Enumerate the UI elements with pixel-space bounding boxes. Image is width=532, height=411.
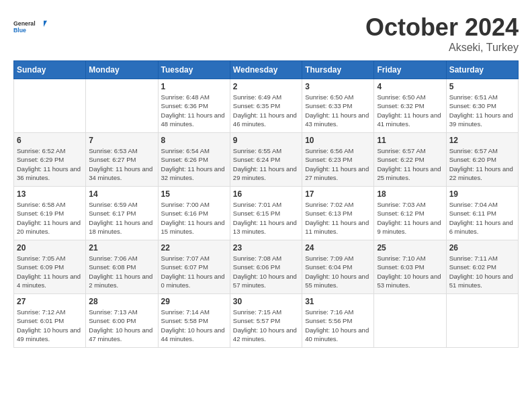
day-info: Sunrise: 6:55 AM Sunset: 6:24 PM Dayligh… [233,146,299,182]
calendar-cell: 22Sunrise: 7:07 AM Sunset: 6:07 PM Dayli… [158,240,230,294]
day-info: Sunrise: 6:50 AM Sunset: 6:33 PM Dayligh… [305,93,371,128]
calendar-cell: 9Sunrise: 6:55 AM Sunset: 6:24 PM Daylig… [230,133,302,187]
day-info: Sunrise: 6:48 AM Sunset: 6:36 PM Dayligh… [161,93,227,128]
day-info: Sunrise: 7:09 AM Sunset: 6:04 PM Dayligh… [305,254,371,289]
day-info: Sunrise: 7:16 AM Sunset: 5:56 PM Dayligh… [305,308,371,343]
calendar-cell: 16Sunrise: 7:01 AM Sunset: 6:15 PM Dayli… [230,187,302,240]
calendar-cell: 15Sunrise: 7:00 AM Sunset: 6:16 PM Dayli… [158,187,230,240]
day-number: 14 [89,189,154,199]
day-number: 4 [377,82,443,91]
location-title: Akseki, Turkey [365,42,519,54]
day-number: 8 [161,136,227,145]
day-number: 15 [161,189,227,199]
day-number: 23 [233,243,299,253]
calendar-cell: 27Sunrise: 7:12 AM Sunset: 6:01 PM Dayli… [14,294,86,348]
day-info: Sunrise: 7:02 AM Sunset: 6:13 PM Dayligh… [305,200,371,236]
day-info: Sunrise: 7:10 AM Sunset: 6:03 PM Dayligh… [377,254,443,289]
day-number: 17 [305,189,371,199]
header-thursday: Thursday [302,61,374,79]
calendar-cell: 8Sunrise: 6:54 AM Sunset: 6:26 PM Daylig… [158,133,230,187]
calendar-cell: 31Sunrise: 7:16 AM Sunset: 5:56 PM Dayli… [302,294,374,348]
week-row-4: 27Sunrise: 7:12 AM Sunset: 6:01 PM Dayli… [14,294,519,348]
day-number: 6 [17,136,83,145]
calendar-cell: 20Sunrise: 7:05 AM Sunset: 6:09 PM Dayli… [14,240,86,294]
day-info: Sunrise: 7:13 AM Sunset: 6:00 PM Dayligh… [89,308,154,343]
day-number: 20 [17,243,83,253]
day-info: Sunrise: 6:56 AM Sunset: 6:23 PM Dayligh… [305,146,371,182]
calendar-cell [14,79,86,133]
day-info: Sunrise: 6:59 AM Sunset: 6:17 PM Dayligh… [89,200,154,236]
day-info: Sunrise: 7:03 AM Sunset: 6:12 PM Dayligh… [377,200,443,236]
calendar-cell: 23Sunrise: 7:08 AM Sunset: 6:06 PM Dayli… [230,240,302,294]
day-number: 27 [17,297,83,306]
day-info: Sunrise: 6:57 AM Sunset: 6:22 PM Dayligh… [377,146,443,182]
day-number: 26 [449,243,515,253]
day-info: Sunrise: 7:01 AM Sunset: 6:15 PM Dayligh… [233,200,299,236]
day-info: Sunrise: 6:58 AM Sunset: 6:19 PM Dayligh… [17,200,83,236]
svg-marker-2 [44,21,47,27]
day-info: Sunrise: 7:05 AM Sunset: 6:09 PM Dayligh… [17,254,83,289]
week-row-2: 13Sunrise: 6:58 AM Sunset: 6:19 PM Dayli… [14,187,519,240]
calendar-cell: 2Sunrise: 6:49 AM Sunset: 6:35 PM Daylig… [230,79,302,133]
calendar-table: SundayMondayTuesdayWednesdayThursdayFrid… [13,60,519,348]
day-number: 13 [17,189,83,199]
day-number: 12 [449,136,515,145]
header: General Blue October 2024 Akseki, Turkey [13,13,519,54]
calendar-cell: 3Sunrise: 6:50 AM Sunset: 6:33 PM Daylig… [302,79,374,133]
calendar-cell: 29Sunrise: 7:14 AM Sunset: 5:58 PM Dayli… [158,294,230,348]
day-number: 30 [233,297,299,306]
day-info: Sunrise: 6:51 AM Sunset: 6:30 PM Dayligh… [449,93,515,128]
header-wednesday: Wednesday [230,61,302,79]
title-area: October 2024 Akseki, Turkey [365,13,519,54]
month-title: October 2024 [365,13,519,42]
day-info: Sunrise: 7:07 AM Sunset: 6:07 PM Dayligh… [161,254,227,289]
week-row-1: 6Sunrise: 6:52 AM Sunset: 6:29 PM Daylig… [14,133,519,187]
calendar-cell: 24Sunrise: 7:09 AM Sunset: 6:04 PM Dayli… [302,240,374,294]
calendar-cell [446,294,518,348]
svg-text:Blue: Blue [13,27,26,34]
calendar-cell: 14Sunrise: 6:59 AM Sunset: 6:17 PM Dayli… [86,187,158,240]
svg-text:General: General [13,20,36,27]
day-number: 21 [89,243,154,253]
calendar-cell: 25Sunrise: 7:10 AM Sunset: 6:03 PM Dayli… [374,240,446,294]
calendar-cell: 11Sunrise: 6:57 AM Sunset: 6:22 PM Dayli… [374,133,446,187]
day-info: Sunrise: 6:57 AM Sunset: 6:20 PM Dayligh… [449,146,515,182]
day-number: 11 [377,136,443,145]
day-number: 2 [233,82,299,91]
day-number: 29 [161,297,227,306]
day-number: 1 [161,82,227,91]
day-number: 22 [161,243,227,253]
day-number: 16 [233,189,299,199]
day-info: Sunrise: 7:12 AM Sunset: 6:01 PM Dayligh… [17,308,83,343]
calendar-cell: 6Sunrise: 6:52 AM Sunset: 6:29 PM Daylig… [14,133,86,187]
day-info: Sunrise: 6:52 AM Sunset: 6:29 PM Dayligh… [17,146,83,182]
day-info: Sunrise: 7:00 AM Sunset: 6:16 PM Dayligh… [161,200,227,236]
header-saturday: Saturday [446,61,518,79]
day-info: Sunrise: 7:06 AM Sunset: 6:08 PM Dayligh… [89,254,154,289]
calendar-cell: 10Sunrise: 6:56 AM Sunset: 6:23 PM Dayli… [302,133,374,187]
calendar-cell: 26Sunrise: 7:11 AM Sunset: 6:02 PM Dayli… [446,240,518,294]
calendar-cell: 7Sunrise: 6:53 AM Sunset: 6:27 PM Daylig… [86,133,158,187]
day-number: 3 [305,82,371,91]
calendar-cell: 5Sunrise: 6:51 AM Sunset: 6:30 PM Daylig… [446,79,518,133]
day-number: 19 [449,189,515,199]
day-number: 5 [449,82,515,91]
day-info: Sunrise: 7:08 AM Sunset: 6:06 PM Dayligh… [233,254,299,289]
calendar-cell: 1Sunrise: 6:48 AM Sunset: 6:36 PM Daylig… [158,79,230,133]
calendar-cell: 12Sunrise: 6:57 AM Sunset: 6:20 PM Dayli… [446,133,518,187]
day-number: 24 [305,243,371,253]
day-info: Sunrise: 7:15 AM Sunset: 5:57 PM Dayligh… [233,308,299,343]
calendar-cell: 30Sunrise: 7:15 AM Sunset: 5:57 PM Dayli… [230,294,302,348]
calendar-header-row: SundayMondayTuesdayWednesdayThursdayFrid… [14,61,519,79]
week-row-3: 20Sunrise: 7:05 AM Sunset: 6:09 PM Dayli… [14,240,519,294]
day-info: Sunrise: 7:14 AM Sunset: 5:58 PM Dayligh… [161,308,227,343]
calendar-cell: 4Sunrise: 6:50 AM Sunset: 6:32 PM Daylig… [374,79,446,133]
logo: General Blue [13,13,47,40]
calendar-cell: 18Sunrise: 7:03 AM Sunset: 6:12 PM Dayli… [374,187,446,240]
logo-svg: General Blue [13,13,47,40]
day-info: Sunrise: 6:54 AM Sunset: 6:26 PM Dayligh… [161,146,227,182]
day-number: 7 [89,136,154,145]
day-number: 9 [233,136,299,145]
header-monday: Monday [86,61,158,79]
header-tuesday: Tuesday [158,61,230,79]
